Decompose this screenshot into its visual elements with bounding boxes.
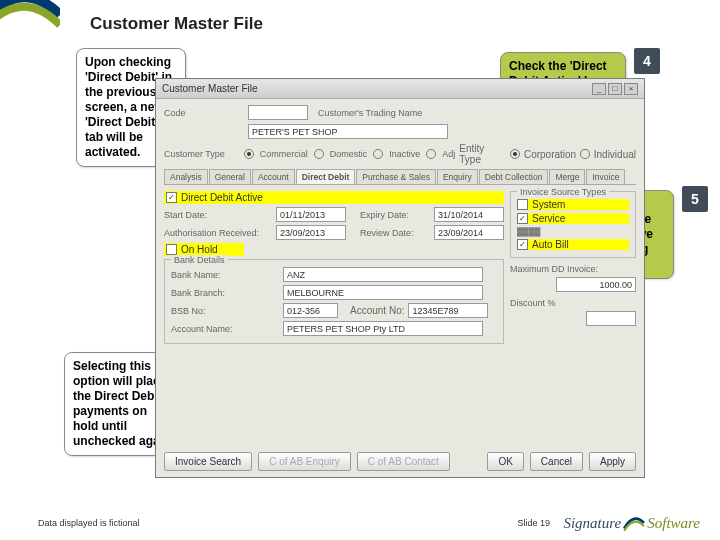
button-bar: Invoice Search C of AB Enquiry C of AB C… [164,452,636,471]
page-title: Customer Master File [90,14,263,34]
ok-button[interactable]: OK [487,452,523,471]
acct-input[interactable]: 12345E789 [408,303,488,318]
tab-account[interactable]: Account [252,169,295,184]
auth-date-input[interactable]: 23/09/2013 [276,225,346,240]
maxdd-input[interactable]: 1000.00 [556,277,636,292]
close-button[interactable]: × [624,83,638,95]
tab-purchase-sales[interactable]: Purchase & Sales [356,169,436,184]
dialog-customer-master: Customer Master File _ □ × Code Customer… [155,78,645,478]
step-badge-5: 5 [682,186,708,212]
radio-domestic[interactable] [314,149,324,159]
cancel-button[interactable]: Cancel [530,452,583,471]
tab-general[interactable]: General [209,169,251,184]
radio-commercial[interactable] [244,149,254,159]
expiry-date-input[interactable]: 31/10/2014 [434,207,504,222]
bankdetails-legend: Bank Details [171,255,228,265]
bankname-input[interactable]: ANZ [283,267,483,282]
onhold-label: On Hold [181,244,218,255]
cb-onhold[interactable] [166,244,177,255]
review-date-input[interactable]: 23/09/2014 [434,225,504,240]
tab-merge[interactable]: Merge [549,169,585,184]
radio-corp[interactable] [510,149,520,159]
cab-enquiry-button[interactable]: C of AB Enquiry [258,452,351,471]
dialog-titlebar: Customer Master File _ □ × [156,79,644,99]
max-button[interactable]: □ [608,83,622,95]
discount-input[interactable] [586,311,636,326]
acctname-input[interactable]: PETERS PET SHOP Pty LTD [283,321,483,336]
dialog-title: Customer Master File [162,83,258,94]
cb-ist-system[interactable] [517,199,528,210]
branch-input[interactable]: MELBOURNE [283,285,483,300]
min-button[interactable]: _ [592,83,606,95]
code-input[interactable] [248,105,308,120]
apply-button[interactable]: Apply [589,452,636,471]
cab-contact-button[interactable]: C of AB Contact [357,452,450,471]
trading-input[interactable]: PETER'S PET SHOP [248,124,448,139]
footer-slide-number: Slide 19 [517,518,550,528]
brand-logo: Signature Software [563,512,700,534]
cb-dd-active[interactable]: ✓ [166,192,177,203]
cust-type-label: Customer Type [164,149,240,159]
tab-debt[interactable]: Debt Collection [479,169,549,184]
code-label: Code [164,108,244,118]
invoice-search-button[interactable]: Invoice Search [164,452,252,471]
tab-invoice[interactable]: Invoice [586,169,625,184]
corner-logo [0,0,60,50]
tab-analysis[interactable]: Analysis [164,169,208,184]
footer-note: Data displayed is fictional [38,518,140,528]
cb-ist-autobill[interactable]: ✓ [517,239,528,250]
dd-active-label: Direct Debit Active [181,192,263,203]
ist-legend: Invoice Source Types [517,187,609,197]
tab-direct-debit[interactable]: Direct Debit [296,169,356,184]
tab-strip: Analysis General Account Direct Debit Pu… [164,169,636,185]
radio-inactive[interactable] [373,149,383,159]
cb-ist-service[interactable]: ✓ [517,213,528,224]
radio-indiv[interactable] [580,149,590,159]
radio-adj[interactable] [426,149,436,159]
start-date-input[interactable]: 01/11/2013 [276,207,346,222]
tab-enquiry[interactable]: Enquiry [437,169,478,184]
bsb-input[interactable]: 012-356 [283,303,338,318]
trading-label: Customer's Trading Name [318,108,422,118]
step-badge-4: 4 [634,48,660,74]
